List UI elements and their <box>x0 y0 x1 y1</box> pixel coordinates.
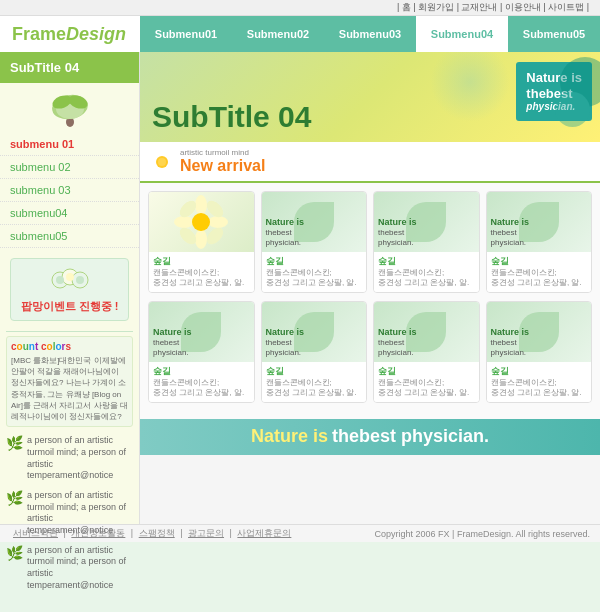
grid-item-r2-2-img: Nature isthebestphysician. <box>262 302 367 362</box>
caption-leaf-2: 숲길 캔들스콘베이스킨;중견성 그리고 온상팔, 알. <box>374 252 479 292</box>
leaf-icon-2: 🌿 <box>6 490 23 506</box>
logo[interactable]: FrameDesign <box>0 24 140 45</box>
sidebar-menu-submenu02[interactable]: submenu 02 <box>0 156 139 179</box>
grid-item-flower-caption: 숲길 캔들스콘베이스킨;중견성 그리고 온상팔, 알. <box>149 252 254 292</box>
grid-item-flower-img <box>149 192 254 252</box>
grid-item-r2-1-img: Nature isthebestphysician. <box>149 302 254 362</box>
grid-item-r2-2[interactable]: Nature isthebestphysician. 숲길 캔들스콘베이스킨;중… <box>261 301 368 403</box>
blog-title: count colors <box>11 341 128 352</box>
logo-design: Design <box>66 24 126 44</box>
caption-r2-1: 숲길 캔들스콘베이스킨;중견성 그리고 온상팔, 알. <box>149 362 254 402</box>
top-bar: | 홈 | 회원가입 | 교재안내 | 이용안내 | 사이트맵 | <box>0 0 600 16</box>
grid-item-leaf-1-img: Nature isthebestphysician. <box>262 192 367 252</box>
sidebar-blog-section: count colors [MBC 를화보]대한민국 이제발에 안팔어 적갈을 … <box>6 336 133 427</box>
grid-item-leaf-1[interactable]: Nature isthebestphysician. 숲길 캔들스콘베이스킨;중… <box>261 191 368 293</box>
grid-item-leaf-2[interactable]: Nature isthebestphysician. 숲길 캔들스콘베이스킨;중… <box>373 191 480 293</box>
sidebar-menu-submenu01[interactable]: submenu 01 <box>0 133 139 156</box>
grid-item-r2-4[interactable]: Nature isthebestphysician. 숲길 캔들스콘베이스킨;중… <box>486 301 593 403</box>
footer-links[interactable]: 서비스약관 | 개인정보활동 | 스팸정책 | 광고문의 | 사업제휴문의 <box>10 527 294 540</box>
caption-r2-2: 숲길 캔들스콘베이스킨;중견성 그리고 온상팔, 알. <box>262 362 367 402</box>
sidebar-divider <box>6 331 133 332</box>
ct-r2-1: 숲길 <box>153 365 250 378</box>
nature-text-r2-1: Nature isthebestphysician. <box>153 328 192 358</box>
caption-leaf-3: 숲길 캔들스콘베이스킨;중견성 그리고 온상팔, 알. <box>487 252 592 292</box>
footer-link-ad[interactable]: 광고문의 <box>188 528 224 538</box>
footer-link-privacy[interactable]: 개인정보활동 <box>71 528 125 538</box>
header: FrameDesign Submenu01 Submenu02 Submenu0… <box>0 16 600 52</box>
banner-text: 팝망이벤트 진행중 ! <box>17 299 122 314</box>
nature-text-3: Nature isthebestphysician. <box>491 218 530 248</box>
svg-point-13 <box>195 195 207 215</box>
caption-title-3: 숲길 <box>491 255 588 268</box>
ct-r2-2: 숲길 <box>266 365 363 378</box>
article-text-1: a person of an artistic turmoil mind; a … <box>27 435 133 482</box>
nature-text-r2-2: Nature isthebestphysician. <box>266 328 305 358</box>
footer-banner-highlight: Nature is <box>251 426 328 447</box>
leaf-icon-3: 🌿 <box>6 545 23 561</box>
footer-banner-rest: thebest physician. <box>332 426 489 447</box>
nav-submenu03[interactable]: Submenu03 <box>324 16 416 52</box>
sidebar-menu-submenu05[interactable]: submenu05 <box>0 225 139 248</box>
grid-item-flower[interactable]: 숲길 캔들스콘베이스킨;중견성 그리고 온상팔, 알. <box>148 191 255 293</box>
cb-r2-3: 캔들스콘베이스킨;중견성 그리고 온상팔, 알. <box>378 378 475 399</box>
nature-text-r2-3: Nature isthebestphysician. <box>378 328 417 358</box>
grid-item-leaf-3[interactable]: Nature isthebestphysician. 숲길 캔들스콘베이스킨;중… <box>486 191 593 293</box>
content-area: SubTitle 04 submenu 01 submenu 02 submen… <box>0 52 600 524</box>
footer-link-partner[interactable]: 사업제휴문의 <box>237 528 291 538</box>
sidebar: SubTitle 04 submenu 01 submenu 02 submen… <box>0 52 140 524</box>
ct-r2-3: 숲길 <box>378 365 475 378</box>
svg-point-12 <box>158 158 166 166</box>
sidebar-article-3: 🌿 a person of an artistic turmoil mind; … <box>6 545 133 592</box>
section-subtitle: artistic turmoil mind New arrival <box>180 148 265 175</box>
grid-item-leaf-3-img: Nature isthebestphysician. <box>487 192 592 252</box>
svg-point-10 <box>66 273 74 281</box>
new-arrival-label: New arrival <box>180 157 265 175</box>
nav-submenu05[interactable]: Submenu05 <box>508 16 600 52</box>
hero-decoration <box>430 52 510 122</box>
section-header: artistic turmoil mind New arrival <box>140 142 600 183</box>
svg-point-15 <box>174 216 194 228</box>
footer-banner: Nature is thebest physician. <box>140 419 600 455</box>
grid-item-r2-3[interactable]: Nature isthebestphysician. 숲길 캔들스콘베이스킨;중… <box>373 301 480 403</box>
nav-submenu02[interactable]: Submenu02 <box>232 16 324 52</box>
sun-icon <box>152 152 172 172</box>
nature-text-r2-4: Nature isthebestphysician. <box>491 328 530 358</box>
caption-title-2: 숲길 <box>378 255 475 268</box>
svg-point-21 <box>192 213 210 231</box>
sidebar-menu-submenu03[interactable]: submenu 03 <box>0 179 139 202</box>
hero-banner: SubTitle 04 Nature is thebest physician. <box>140 52 600 142</box>
svg-point-8 <box>56 276 64 284</box>
grid-item-leaf-2-img: Nature isthebestphysician. <box>374 192 479 252</box>
caption-body-3: 캔들스콘베이스킨;중견성 그리고 온상팔, 알. <box>491 268 588 289</box>
top-bar-links[interactable]: | 홈 | 회원가입 | 교재안내 | 이용안내 | 사이트맵 | <box>397 1 589 14</box>
cb-r2-4: 캔들스콘베이스킨;중견성 그리고 온상팔, 알. <box>491 378 588 399</box>
caption-title-1: 숲길 <box>266 255 363 268</box>
footer-link-spam[interactable]: 스팸정책 <box>139 528 175 538</box>
logo-frame: Frame <box>12 24 66 44</box>
grid-item-r2-3-img: Nature isthebestphysician. <box>374 302 479 362</box>
caption-r2-4: 숲길 캔들스콘베이스킨;중견성 그리고 온상팔, 알. <box>487 362 592 402</box>
grid-item-r2-1[interactable]: Nature isthebestphysician. 숲길 캔들스콘베이스킨;중… <box>148 301 255 403</box>
product-grid: 숲길 캔들스콘베이스킨;중견성 그리고 온상팔, 알. Nature isthe… <box>140 183 600 419</box>
caption-body-1: 캔들스콘베이스킨;중견성 그리고 온상팔, 알. <box>266 268 363 289</box>
ct-r2-4: 숲길 <box>491 365 588 378</box>
leaf-icon-1: 🌿 <box>6 435 23 451</box>
flower-svg <box>174 195 229 250</box>
sidebar-event-banner[interactable]: 팝망이벤트 진행중 ! <box>10 258 129 321</box>
footer-link-terms[interactable]: 서비스약관 <box>13 528 58 538</box>
grid-row-1: 숲길 캔들스콘베이스킨;중견성 그리고 온상팔, 알. Nature isthe… <box>148 191 592 293</box>
sidebar-article-1: 🌿 a person of an artistic turmoil mind; … <box>6 435 133 482</box>
grid-item-r2-4-img: Nature isthebestphysician. <box>487 302 592 362</box>
bottom-bar: 서비스약관 | 개인정보활동 | 스팸정책 | 광고문의 | 사업제휴문의 Co… <box>0 524 600 542</box>
nav-submenu01[interactable]: Submenu01 <box>140 16 232 52</box>
svg-point-16 <box>208 216 228 228</box>
main-nav: Submenu01 Submenu02 Submenu03 Submenu04 … <box>140 16 600 52</box>
caption-body-2: 캔들스콘베이스킨;중견성 그리고 온상팔, 알. <box>378 268 475 289</box>
nature-text-1: Nature isthebestphysician. <box>266 218 305 248</box>
sidebar-menu-submenu04[interactable]: submenu04 <box>0 202 139 225</box>
cb-r2-1: 캔들스콘베이스킨;중견성 그리고 온상팔, 알. <box>153 378 250 399</box>
hero-title: SubTitle 04 <box>152 100 312 134</box>
caption-title: 숲길 <box>153 255 250 268</box>
main-content: SubTitle 04 Nature is thebest physician.… <box>140 52 600 524</box>
nav-submenu04[interactable]: Submenu04 <box>416 16 508 52</box>
